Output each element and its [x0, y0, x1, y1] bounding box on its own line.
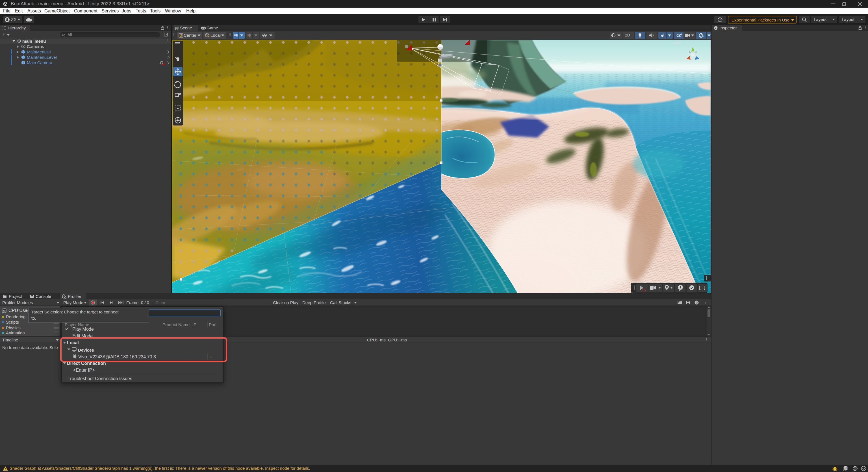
svg-text:Y: Y [236, 35, 238, 37]
svg-text:CPU: CPU [3, 311, 6, 313]
svg-text:Persp: Persp [686, 72, 698, 78]
svg-text:?: ? [696, 301, 698, 304]
